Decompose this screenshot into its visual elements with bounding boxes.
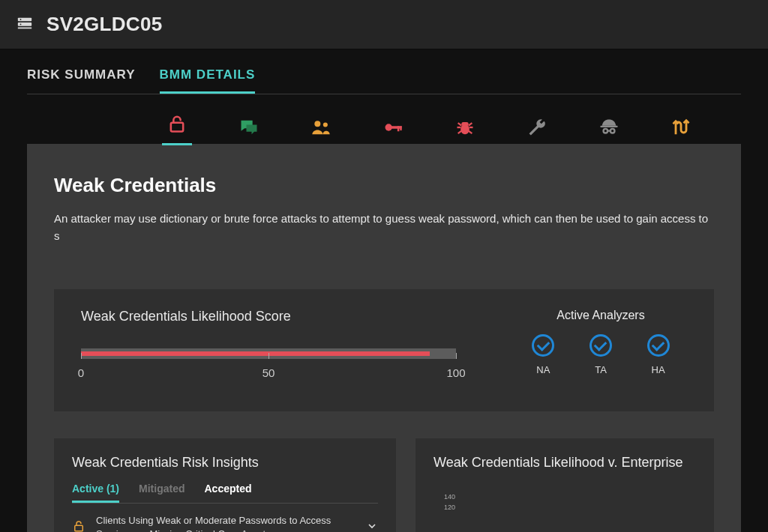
svg-point-2 bbox=[20, 19, 22, 20]
svg-point-21 bbox=[604, 129, 608, 133]
tick-mid: 50 bbox=[262, 366, 275, 379]
tab-risk-summary[interactable]: RISK SUMMARY bbox=[27, 67, 136, 94]
section-description: An attacker may use dictionary or brute … bbox=[54, 211, 714, 244]
svg-rect-4 bbox=[18, 27, 32, 28]
route-icon[interactable] bbox=[666, 117, 696, 141]
analyzers-title: Active Analyzers bbox=[514, 309, 687, 322]
insight-row[interactable]: Clients Using Weak or Moderate Passwords… bbox=[72, 514, 378, 532]
main-tabs: RISK SUMMARY BMM DETAILS bbox=[27, 67, 741, 94]
likelihood-title: Weak Credentials Likelihood Score bbox=[81, 309, 514, 324]
insight-tabs: Active (1) Mitigated Accepted bbox=[72, 483, 378, 504]
key-icon[interactable] bbox=[378, 117, 408, 141]
check-icon bbox=[647, 334, 670, 357]
analyzer-ha[interactable]: HA bbox=[647, 334, 670, 375]
chat-icon[interactable] bbox=[234, 117, 264, 141]
tick-min: 0 bbox=[78, 366, 84, 379]
insight-tab-active[interactable]: Active (1) bbox=[72, 483, 119, 503]
svg-point-22 bbox=[610, 129, 615, 133]
insight-tab-accepted[interactable]: Accepted bbox=[204, 483, 251, 503]
svg-rect-20 bbox=[600, 126, 617, 127]
insight-tab-mitigated[interactable]: Mitigated bbox=[139, 483, 184, 503]
tab-bmm-details[interactable]: BMM DETAILS bbox=[160, 67, 256, 94]
enterprise-title: Weak Credentials Likelihood v. Enterpris… bbox=[434, 455, 696, 471]
analyzer-ta[interactable]: TA bbox=[590, 334, 612, 375]
lock-icon bbox=[72, 519, 86, 532]
svg-rect-5 bbox=[171, 122, 183, 131]
risk-insights-panel: Weak Credentials Risk Insights Active (1… bbox=[54, 438, 396, 532]
svg-rect-13 bbox=[461, 122, 468, 126]
wrench-icon[interactable] bbox=[522, 117, 552, 141]
svg-point-8 bbox=[386, 124, 392, 130]
svg-rect-11 bbox=[400, 126, 401, 130]
enterprise-chart: 140 120 bbox=[464, 501, 696, 532]
svg-rect-10 bbox=[398, 126, 400, 131]
content-panel: Weak Credentials An attacker may use dic… bbox=[27, 144, 741, 532]
svg-point-3 bbox=[20, 23, 22, 25]
section-title: Weak Credentials bbox=[54, 174, 714, 197]
svg-line-17 bbox=[469, 123, 472, 126]
likelihood-gauge: 0 50 100 bbox=[81, 348, 456, 387]
svg-line-18 bbox=[458, 131, 462, 134]
chevron-down-icon bbox=[366, 520, 378, 532]
active-analyzers: Active Analyzers NA TA HA bbox=[514, 309, 687, 387]
enterprise-panel: Weak Credentials Likelihood v. Enterpris… bbox=[416, 438, 714, 532]
likelihood-score-card: Weak Credentials Likelihood Score 0 50 1… bbox=[54, 289, 714, 411]
people-icon[interactable] bbox=[306, 117, 336, 141]
svg-line-19 bbox=[469, 131, 472, 134]
insight-text: Clients Using Weak or Moderate Passwords… bbox=[96, 514, 356, 532]
svg-point-7 bbox=[323, 122, 328, 127]
insights-title: Weak Credentials Risk Insights bbox=[72, 455, 378, 471]
tick-max: 100 bbox=[446, 366, 465, 379]
top-bar: SV2GLDC05 bbox=[0, 0, 768, 49]
analyzer-na[interactable]: NA bbox=[532, 334, 554, 375]
server-icon bbox=[16, 15, 33, 34]
lock-icon[interactable] bbox=[162, 113, 192, 145]
category-icon-bar bbox=[27, 114, 741, 144]
check-icon bbox=[532, 334, 554, 357]
host-title: SV2GLDC05 bbox=[46, 13, 162, 36]
svg-line-16 bbox=[458, 123, 462, 126]
check-icon bbox=[590, 334, 612, 357]
svg-rect-24 bbox=[75, 525, 83, 531]
spy-icon[interactable] bbox=[594, 117, 624, 141]
bug-icon[interactable] bbox=[450, 117, 480, 141]
svg-point-6 bbox=[314, 121, 320, 127]
